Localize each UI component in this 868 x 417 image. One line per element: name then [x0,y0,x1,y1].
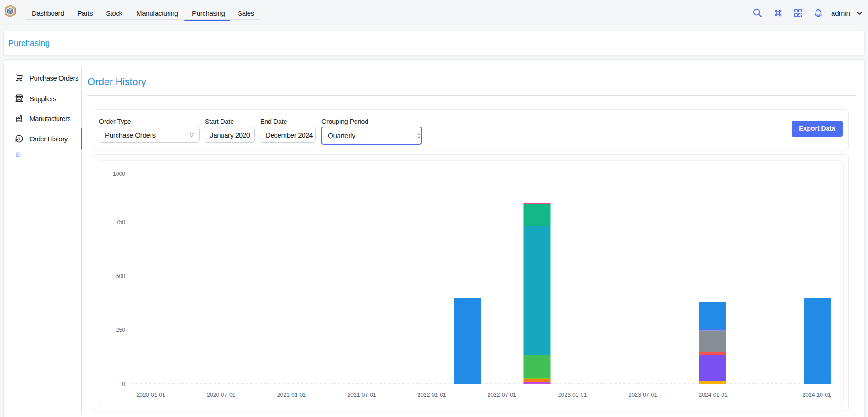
svg-text:750: 750 [116,219,126,226]
svg-text:2023-01-01: 2023-01-01 [558,392,587,398]
svg-text:2020-01-01: 2020-01-01 [137,392,166,398]
svg-text:250: 250 [116,327,126,333]
svg-text:2020-07-01: 2020-07-01 [207,392,236,398]
svg-text:2022-07-01: 2022-07-01 [488,392,517,398]
svg-text:2022-01-01: 2022-01-01 [417,392,446,398]
svg-text:2023-07-01: 2023-07-01 [629,392,658,398]
svg-text:2024-10-01: 2024-10-01 [802,392,831,398]
svg-text:0: 0 [122,381,125,388]
svg-text:2021-01-01: 2021-01-01 [277,392,306,398]
svg-text:1000: 1000 [113,171,125,177]
svg-text:2024-01-01: 2024-01-01 [699,392,728,398]
svg-text:2021-07-01: 2021-07-01 [347,392,376,398]
svg-text:500: 500 [116,273,126,279]
